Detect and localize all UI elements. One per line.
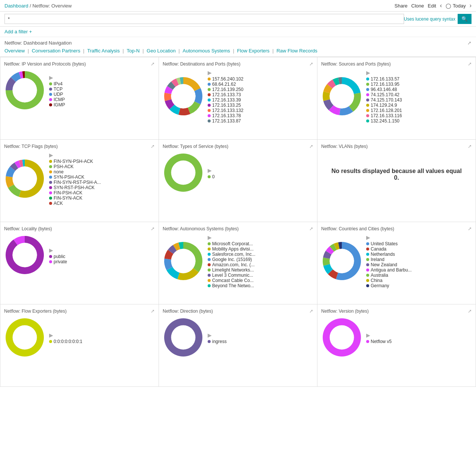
legend-label: FIN-SYN-ACK bbox=[54, 195, 82, 201]
legend-item: public bbox=[49, 254, 67, 259]
play-icon[interactable]: ▶ bbox=[49, 332, 53, 338]
legend-label: United States bbox=[371, 241, 398, 246]
expand-icon[interactable]: ➚ bbox=[151, 226, 155, 231]
legend-item: ICMP bbox=[49, 97, 65, 102]
svg-point-2 bbox=[330, 84, 354, 108]
play-icon[interactable]: ▶ bbox=[366, 332, 370, 338]
legend-dot bbox=[49, 98, 52, 101]
legend-dot bbox=[366, 248, 369, 251]
legend-dot bbox=[208, 98, 211, 101]
legend-dot bbox=[208, 284, 211, 287]
legend-label: 68.64.21.62 bbox=[212, 82, 236, 87]
legend-label: UDP bbox=[54, 92, 63, 97]
prev-arrow[interactable]: ‹ bbox=[440, 2, 442, 9]
nav-panel-expand[interactable]: ➚ bbox=[467, 40, 472, 46]
expand-icon[interactable]: ➚ bbox=[151, 308, 155, 314]
panel-vlans: Netflow: VLANs (bytes)➚No results displa… bbox=[317, 140, 476, 222]
legend-label: PSH-ACK bbox=[54, 164, 73, 169]
expand-icon[interactable]: ➚ bbox=[468, 226, 472, 231]
expand-icon[interactable]: ➚ bbox=[468, 143, 472, 149]
nav-link-overview[interactable]: Overview bbox=[4, 48, 25, 54]
no-results-message: No results displayed because all values … bbox=[321, 152, 472, 197]
panel-content-autonomous-systems: ▶Microsoft Corporat...Mobility Apps divi… bbox=[163, 234, 313, 288]
expand-icon[interactable]: ➚ bbox=[309, 226, 313, 231]
legend-item: 172.16.133.87 bbox=[208, 118, 243, 124]
panel-flow-exporters: Netflow: Flow Exporters (bytes)➚▶0:0:0:0… bbox=[0, 304, 159, 387]
today-button[interactable]: ◯ Today bbox=[446, 3, 466, 9]
legend-dot bbox=[208, 119, 211, 122]
legend-item: IGMP bbox=[49, 102, 65, 107]
legend-dot bbox=[208, 88, 211, 91]
search-input[interactable] bbox=[4, 14, 404, 24]
legend-item: 172.16.128.201 bbox=[366, 108, 402, 113]
nav-link-top-n[interactable]: Top-N bbox=[127, 48, 140, 54]
play-icon[interactable]: ▶ bbox=[208, 332, 212, 338]
play-icon[interactable]: ▶ bbox=[208, 70, 212, 76]
nav-panel-title: Netflow: Dashboard Navigation ➚ bbox=[4, 40, 472, 46]
legend-label: 172.16.133.132 bbox=[212, 108, 243, 113]
share-button[interactable]: Share bbox=[395, 3, 408, 9]
legend-dot bbox=[49, 170, 52, 173]
expand-icon[interactable]: ➚ bbox=[468, 61, 472, 67]
legend-dot bbox=[208, 175, 211, 178]
legend-dot bbox=[49, 160, 52, 163]
play-icon[interactable]: ▶ bbox=[208, 234, 212, 240]
play-icon[interactable]: ▶ bbox=[366, 234, 370, 240]
play-icon[interactable]: ▶ bbox=[366, 70, 370, 76]
nav-link-conversation-partners[interactable]: Conversation Partners bbox=[32, 48, 80, 54]
nav-link-geo-location[interactable]: Geo Location bbox=[147, 48, 175, 54]
legend-dot bbox=[49, 340, 52, 343]
expand-icon[interactable]: ➚ bbox=[468, 308, 472, 314]
clone-button[interactable]: Clone bbox=[411, 3, 424, 9]
panel-title-destinations-ports: Netflow: Destinations and Ports (bytes)➚ bbox=[163, 61, 313, 67]
legend-dot bbox=[49, 202, 52, 205]
svg-point-0 bbox=[13, 78, 37, 103]
expand-icon[interactable]: ➚ bbox=[309, 308, 313, 314]
legend-dot bbox=[366, 88, 369, 91]
panel-title-countries-cities: Netflow: Countries and Cities (bytes)➚ bbox=[321, 226, 472, 231]
edit-button[interactable]: Edit bbox=[428, 3, 436, 9]
legend-autonomous-systems: ▶Microsoft Corporat...Mobility Apps divi… bbox=[208, 234, 255, 288]
legend-item: FIN-PSH-ACK bbox=[49, 190, 101, 195]
expand-icon[interactable]: ➚ bbox=[151, 61, 155, 67]
nav-link-flow-exporters[interactable]: Flow Exporters bbox=[237, 48, 269, 54]
donut-types-of-service bbox=[163, 152, 204, 194]
panel-title-vlans: Netflow: VLANs (bytes)➚ bbox=[321, 143, 472, 149]
expand-icon[interactable]: ➚ bbox=[309, 143, 313, 149]
legend-item: Germany bbox=[366, 283, 412, 288]
breadcrumb-dashboard[interactable]: Dashboard bbox=[4, 3, 28, 9]
next-arrow[interactable]: › bbox=[470, 2, 472, 9]
play-icon[interactable]: ▶ bbox=[208, 167, 212, 173]
legend-dot bbox=[366, 253, 369, 256]
nav-links: Overview | Conversation Partners | Traff… bbox=[4, 48, 472, 54]
panel-content-direction: ▶ingress bbox=[163, 317, 313, 359]
legend-item: FIN-SYN-ACK bbox=[49, 195, 101, 201]
legend-label: Beyond The Netwo... bbox=[212, 283, 254, 288]
legend-item: SYN-RST-PSH-ACK bbox=[49, 185, 101, 190]
expand-icon[interactable]: ➚ bbox=[309, 61, 313, 67]
nav-link-traffic-analysis[interactable]: Traffic Analysis bbox=[87, 48, 120, 54]
legend-label: public bbox=[54, 254, 65, 259]
legend-item: UDP bbox=[49, 92, 65, 97]
filter-bar: Add a filter + bbox=[0, 27, 476, 37]
panel-title-locality: Netflow: Locality (bytes)➚ bbox=[4, 226, 155, 231]
legend-label: Australia bbox=[371, 273, 388, 278]
play-icon[interactable]: ▶ bbox=[49, 152, 53, 158]
legend-dot bbox=[208, 93, 211, 96]
nav-link-autonomous-systems[interactable]: Autonomous Systems bbox=[183, 48, 230, 54]
play-icon[interactable]: ▶ bbox=[49, 247, 53, 253]
panel-content-countries-cities: ▶United StatesCanadaNetherlandsIrelandNe… bbox=[321, 234, 472, 288]
nav-link-raw-flow-records[interactable]: Raw Flow Records bbox=[277, 48, 317, 54]
add-filter-button[interactable]: Add a filter + bbox=[4, 29, 32, 34]
legend-dot bbox=[208, 104, 211, 107]
legend-item: 68.64.21.62 bbox=[208, 82, 243, 87]
legend-dot bbox=[208, 78, 211, 81]
legend-dot bbox=[208, 248, 211, 251]
play-icon[interactable]: ▶ bbox=[49, 75, 53, 81]
legend-item: 74.125.170.143 bbox=[366, 97, 402, 103]
expand-icon[interactable]: ➚ bbox=[151, 143, 155, 149]
legend-label: 0:0:0:0:0:0:0:1 bbox=[54, 339, 82, 344]
search-button[interactable]: 🔍 bbox=[458, 14, 472, 24]
nav-panel-label: Netflow: Dashboard Navigation bbox=[4, 40, 72, 46]
panel-direction: Netflow: Direction (bytes)➚▶ingress bbox=[159, 304, 317, 387]
